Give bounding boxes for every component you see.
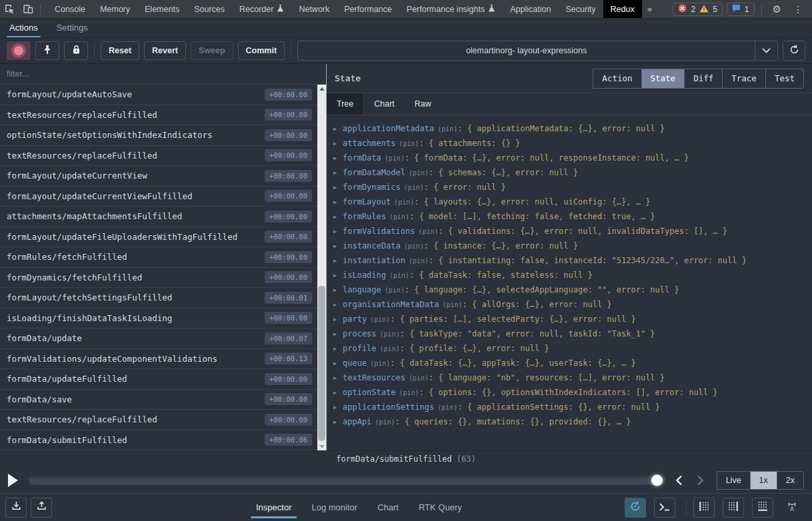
sweep-button[interactable]: Sweep [191,41,233,60]
step-forward-button[interactable] [693,473,708,488]
action-list-item[interactable]: textResources/replaceFulfilled +00:00.00 [0,146,317,167]
state-tree-row[interactable]: ▶ applicationSettings (pin) : { applicat… [333,400,812,414]
pin-label[interactable]: (pin) [380,345,400,352]
monitor-tab[interactable]: Chart [377,494,399,521]
pin-button[interactable] [35,41,59,60]
scroll-up-arrow[interactable] [317,85,326,93]
expand-arrow-icon[interactable]: ▶ [333,302,343,308]
action-list-item[interactable]: formValidations/updateComponentValidatio… [0,349,317,370]
messages-badge[interactable]: 1 [727,3,755,16]
state-tree-row[interactable]: ▶ formDataModel (pin) : { schemas: {…}, … [333,165,812,180]
pin-label[interactable]: (pin) [404,243,424,250]
state-tree-row[interactable]: ▶ formRules (pin) : { model: […], fetchi… [333,209,812,224]
remote-button[interactable]: A [781,498,803,518]
lock-button[interactable] [64,41,88,60]
pin-label[interactable]: (pin) [385,286,405,294]
expand-arrow-icon[interactable]: ▶ [333,404,343,410]
pin-label[interactable]: (pin) [380,330,400,338]
expand-arrow-icon[interactable]: ▶ [333,346,343,352]
pin-label[interactable]: (pin) [375,418,395,426]
action-list-item[interactable]: formLayout/updateAutoSave +00:00.00 [0,85,317,105]
record-toggle-button[interactable] [7,41,31,60]
pin-label[interactable]: (pin) [418,228,438,235]
dock-right-button[interactable] [723,498,744,518]
dock-bottom-button[interactable] [752,498,773,518]
action-list-item[interactable]: attachments/mapAttachmentsFulfilled +00:… [0,207,317,227]
state-tree-row[interactable]: ▶ queue (pin) : { dataTask: {…}, appTask… [333,356,812,370]
monitor-tab[interactable]: Log monitor [311,494,357,521]
expand-arrow-icon[interactable]: ▶ [333,419,343,425]
import-button[interactable] [5,498,27,518]
inspector-mode-button[interactable]: Test [765,69,804,89]
expand-arrow-icon[interactable]: ▶ [333,243,343,249]
action-list-item[interactable]: formRules/fetchFulfilled +00:00.00 [0,247,317,268]
pin-label[interactable]: (pin) [370,360,390,367]
inspector-mode-button[interactable]: State [641,69,685,89]
pin-label[interactable]: (pin) [389,272,409,279]
expand-arrow-icon[interactable]: ▶ [333,390,343,396]
state-tree-row[interactable]: ▶ formValidations (pin) : { validations:… [333,224,812,239]
state-tree-row[interactable]: ▶ party (pin) : { parties: […], selected… [333,312,812,326]
devtools-tab[interactable]: Network [291,0,337,18]
pin-label[interactable]: (pin) [404,184,424,191]
state-tree-row[interactable]: ▶ optionState (pin) : { options: {}, opt… [333,385,812,400]
devtools-tab[interactable]: Elements [137,0,187,18]
expand-arrow-icon[interactable]: ▶ [333,155,343,161]
sync-button[interactable] [783,41,805,61]
settings-gear-icon[interactable]: ⚙ [769,3,785,15]
scroll-down-arrow[interactable] [317,442,326,450]
pin-label[interactable]: (pin) [394,199,414,206]
devtools-tab[interactable]: Performance insights [399,0,503,18]
kebab-menu-icon[interactable]: ⋮ [789,4,807,15]
devtools-tab[interactable]: Recorder [232,0,291,18]
pin-label[interactable]: (pin) [409,257,429,264]
state-tree-row[interactable]: ▶ process (pin) : { taskType: "data", er… [333,326,812,341]
expand-arrow-icon[interactable]: ▶ [333,375,343,381]
expand-arrow-icon[interactable]: ▶ [333,258,343,264]
device-toolbar-icon[interactable] [19,1,37,18]
commit-button[interactable]: Commit [238,41,285,60]
expand-arrow-icon[interactable]: ▶ [333,185,343,191]
slider-thumb[interactable] [651,475,663,486]
pin-label[interactable]: (pin) [409,169,429,177]
action-list-item[interactable]: textResources/replaceFulfilled +00:00.00 [0,410,317,430]
pin-label[interactable]: (pin) [389,213,409,221]
pin-label[interactable]: (pin) [399,389,419,396]
action-list-item[interactable]: formData/updateFulfilled +00:00.00 [0,369,317,390]
play-button[interactable] [8,473,21,488]
expand-arrow-icon[interactable]: ▶ [333,331,343,337]
action-list-item[interactable]: isLoading/finishDataTaskIsLoading +00:00… [0,308,317,329]
state-tree-row[interactable]: ▶ language (pin) : { language: {…}, sele… [333,282,812,297]
devtools-tab[interactable]: Console [47,0,93,18]
more-tabs-button[interactable]: » [642,4,657,14]
inspector-mode-button[interactable]: Diff [684,69,723,89]
scrollbar-thumb[interactable] [318,286,325,441]
inspector-mode-button[interactable]: Trace [722,69,766,89]
state-tree-row[interactable]: ▶ instanceData (pin) : { instance: {…}, … [333,239,812,253]
expand-arrow-icon[interactable]: ▶ [333,141,343,147]
state-tree-row[interactable]: ▶ formData (pin) : { formData: {…}, erro… [333,151,812,165]
action-list-item[interactable]: formLayout/updateCurrentViewFulfilled +0… [0,187,317,207]
expand-arrow-icon[interactable]: ▶ [333,199,343,205]
state-tree-row[interactable]: ▶ attachments (pin) : { attachments: {} … [333,136,812,151]
inspect-element-icon[interactable] [0,1,19,18]
expand-arrow-icon[interactable]: ▶ [333,229,343,235]
expand-arrow-icon[interactable]: ▶ [333,126,343,132]
pin-label[interactable]: (pin) [385,155,405,162]
expand-arrow-icon[interactable]: ▶ [333,316,343,322]
revert-button[interactable]: Revert [144,41,186,60]
action-list-item[interactable]: formData/submitFulfilled +00:00.06 [0,430,317,451]
action-list-item[interactable]: formLayout/fetchSettingsFulfilled +00:00… [0,288,317,308]
action-list-item[interactable]: formLayout/updateFileUploadersWithTagFul… [0,227,317,248]
inspector-view-tab[interactable]: Chart [364,93,405,115]
expand-arrow-icon[interactable]: ▶ [333,272,343,278]
action-list-item[interactable]: formLayout/updateCurrentView +00:00.00 [0,166,317,187]
state-tree-row[interactable]: ▶ instantiation (pin) : { instantiating:… [333,253,812,268]
action-list-item[interactable]: formData/save +00:00.00 [0,390,317,410]
monitor-tab[interactable]: RTK Query [419,494,462,521]
state-tree-row[interactable]: ▶ formDynamics (pin) : { error: null } [333,180,812,195]
expand-arrow-icon[interactable]: ▶ [333,214,343,220]
pin-label[interactable]: (pin) [443,301,463,308]
action-list-scrollbar[interactable] [317,85,326,450]
devtools-tab[interactable]: Application [503,0,558,18]
